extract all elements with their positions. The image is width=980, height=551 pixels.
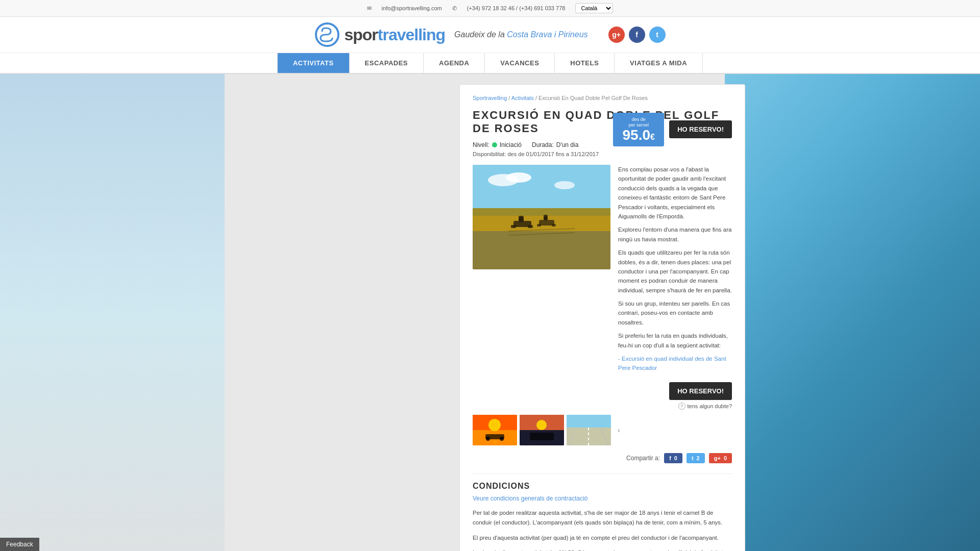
svg-rect-7 bbox=[473, 208, 610, 216]
conditions-section: CONDICIONS Veure condicions generals de … bbox=[473, 473, 732, 551]
cond-para-3: La durada d'aquesta activitat és d'1h30.… bbox=[473, 548, 732, 551]
description-text: Ens complau posar-vos a l'abast la oport… bbox=[618, 165, 732, 377]
facebook-button[interactable]: f bbox=[629, 27, 645, 43]
conditions-text: Per tal de poder realitzar aquesta activ… bbox=[473, 508, 732, 551]
svg-point-28 bbox=[536, 420, 547, 430]
nivel-item: Nivell: Iniciació bbox=[473, 141, 522, 148]
des-de-label: des de bbox=[619, 117, 658, 122]
tagline: Gaudeix de la Costa Brava i Pirineus bbox=[454, 30, 587, 39]
doubt-text: tens algun dubte? bbox=[688, 403, 732, 409]
breadcrumb-home[interactable]: Sportravelling bbox=[473, 95, 507, 101]
nav-hotels[interactable]: HOTELS bbox=[555, 53, 615, 73]
header: sportravelling Gaudeix de la Costa Brava… bbox=[0, 17, 980, 53]
fb-icon: f bbox=[669, 455, 671, 461]
svg-rect-12 bbox=[519, 216, 524, 222]
svg-rect-1 bbox=[473, 165, 610, 211]
price-reserve-top: des de per servel 95.0€ HO RESERVO! bbox=[613, 113, 732, 146]
thumbnail-next-arrow[interactable]: › bbox=[614, 425, 624, 435]
svg-point-3 bbox=[506, 172, 531, 183]
tw-count: 2 bbox=[697, 455, 700, 461]
nav-activitats[interactable]: ACTIVITATS bbox=[277, 53, 350, 73]
desc-para-3: Els quads que utilitzareu per fer la rut… bbox=[618, 248, 732, 295]
svg-point-25 bbox=[500, 437, 504, 441]
divider bbox=[473, 473, 732, 474]
price-amount: 95.0€ bbox=[623, 127, 655, 143]
svg-rect-10 bbox=[528, 225, 533, 228]
logo-text: sportravelling bbox=[344, 26, 445, 44]
conditions-link[interactable]: Veure condicions generals de contractaci… bbox=[473, 495, 732, 502]
desc-para-4: Si sou un grup, intenteu ser parells. En… bbox=[618, 299, 732, 327]
nav-agenda[interactable]: AGENDA bbox=[424, 53, 485, 73]
svg-rect-31 bbox=[567, 428, 611, 445]
svg-point-4 bbox=[554, 181, 575, 189]
duracio-value: D'un dia bbox=[556, 141, 579, 148]
breadcrumb: Sportravelling / Activitats / Excursió E… bbox=[473, 95, 732, 101]
feedback-button[interactable]: Feedback bbox=[0, 538, 39, 551]
desc-para-2: Exploreu l'entorn d'una manera que fins … bbox=[618, 225, 732, 244]
svg-rect-29 bbox=[530, 433, 554, 440]
main-image bbox=[473, 165, 610, 269]
duracio-item: Durada: D'un dia bbox=[532, 141, 578, 148]
navigation: ACTIVITATS ESCAPADES AGENDA VACANCES HOT… bbox=[0, 53, 980, 74]
gplus-share-button[interactable]: g+ 0 bbox=[709, 453, 732, 463]
main-image-svg bbox=[473, 165, 610, 269]
duracio-label: Durada: bbox=[532, 141, 554, 148]
twitter-button[interactable]: t bbox=[649, 27, 666, 43]
thumbnail-2[interactable] bbox=[520, 415, 564, 445]
breadcrumb-current: Excursió En Quad Doble Pel Golf De Roses bbox=[538, 95, 648, 101]
reserve-button-top[interactable]: HO RESERVO! bbox=[669, 120, 732, 138]
thumbnail-1[interactable] bbox=[473, 415, 517, 445]
thumbnail-3[interactable] bbox=[567, 415, 611, 445]
phone-icon: ✆ bbox=[452, 5, 457, 12]
google-plus-button[interactable]: g+ bbox=[608, 27, 625, 43]
question-icon: ? bbox=[678, 403, 685, 410]
svg-rect-9 bbox=[511, 225, 516, 228]
gp-count: 0 bbox=[724, 455, 727, 461]
desc-para-5: Si preferiu fer la ruta en quads individ… bbox=[618, 331, 732, 350]
nivel-value: Iniciació bbox=[500, 141, 522, 148]
email-link[interactable]: info@sportravelling.com bbox=[382, 5, 442, 11]
availability-row: Disponibilitat: des de 01/01/2017 fins a… bbox=[473, 151, 732, 157]
top-bar: ✉ info@sportravelling.com ✆ (+34) 972 18… bbox=[0, 0, 980, 17]
language-select[interactable]: Català Español English bbox=[575, 3, 613, 13]
gp-icon: g+ bbox=[714, 455, 721, 461]
desc-para-1: Ens complau posar-vos a l'abast la oport… bbox=[618, 165, 732, 221]
nivel-label: Nivell: bbox=[473, 141, 489, 148]
thumb3-svg bbox=[567, 415, 611, 445]
main-image-inner bbox=[473, 165, 610, 269]
nav-viatges[interactable]: VIATGES A MIDA bbox=[615, 53, 703, 73]
svg-point-24 bbox=[486, 437, 490, 441]
share-label: Compartir a: bbox=[626, 455, 660, 462]
logo-icon bbox=[314, 22, 340, 47]
reserve-bottom-area: HO RESERVO! ? tens algun dubte? bbox=[473, 382, 732, 410]
conditions-title: CONDICIONS bbox=[473, 482, 732, 491]
share-row: Compartir a: f 0 t 2 g+ 0 bbox=[473, 453, 732, 463]
twitter-share-button[interactable]: t 2 bbox=[687, 453, 705, 463]
nav-escapades[interactable]: ESCAPADES bbox=[350, 53, 424, 73]
price-box: des de per servel 95.0€ bbox=[613, 113, 664, 146]
level-indicator bbox=[492, 142, 497, 147]
thumb-active-indicator bbox=[494, 441, 497, 444]
fb-count: 0 bbox=[674, 455, 677, 461]
nav-vacances[interactable]: VACANCES bbox=[485, 53, 555, 73]
phone-number: (+34) 972 18 32 46 / (+34) 691 033 778 bbox=[467, 5, 566, 11]
tw-icon: t bbox=[692, 455, 694, 461]
content-area: Sportravelling / Activitats / Excursió E… bbox=[0, 74, 980, 551]
reserve-button-bottom[interactable]: HO RESERVO! bbox=[669, 382, 732, 400]
doubt-link[interactable]: ? tens algun dubte? bbox=[678, 403, 732, 410]
thumb2-svg bbox=[520, 415, 564, 445]
svg-point-22 bbox=[488, 419, 501, 431]
breadcrumb-activitats[interactable]: Activitats bbox=[511, 95, 534, 101]
logo-area: sportravelling Gaudeix de la Costa Brava… bbox=[314, 22, 587, 47]
activity-link[interactable]: - Excursió en quad individual des de San… bbox=[618, 356, 726, 371]
availability-value: des de 01/01/2017 fins a 31/12/2017 bbox=[507, 151, 599, 157]
thumbnails: › bbox=[473, 415, 732, 445]
main-card: Sportravelling / Activitats / Excursió E… bbox=[459, 84, 745, 551]
facebook-share-button[interactable]: f 0 bbox=[664, 453, 682, 463]
svg-rect-14 bbox=[537, 224, 541, 227]
cond-para-1: Per tal de poder realitzar aquesta activ… bbox=[473, 508, 732, 528]
email-icon: ✉ bbox=[367, 5, 372, 12]
svg-rect-15 bbox=[552, 224, 556, 227]
svg-rect-17 bbox=[544, 215, 548, 220]
activity-link-para: - Excursió en quad individual des de San… bbox=[618, 354, 732, 373]
